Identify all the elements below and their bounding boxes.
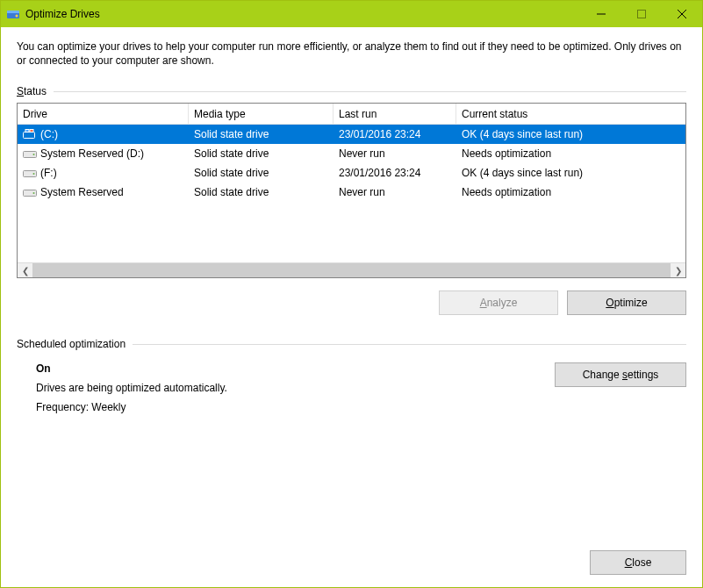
divider xyxy=(133,344,686,345)
cell-drive: System Reserved xyxy=(18,183,189,202)
cell-last-run: Never run xyxy=(334,183,456,202)
cell-drive: System Reserved (D:) xyxy=(18,144,189,163)
svg-point-11 xyxy=(33,154,35,155)
cell-media: Solid state drive xyxy=(189,144,334,163)
cell-media: Solid state drive xyxy=(189,163,334,183)
list-body: (C:)Solid state drive23/01/2016 23:24OK … xyxy=(18,125,685,262)
close-window-button[interactable] xyxy=(662,1,702,27)
status-label: Status xyxy=(17,85,47,97)
schedule-state: On xyxy=(36,362,555,375)
optimize-drives-window: Optimize Drives You can optimize your dr… xyxy=(0,0,703,588)
scroll-track[interactable] xyxy=(32,263,671,277)
svg-point-13 xyxy=(33,173,35,175)
schedule-desc: Drives are being optimized automatically… xyxy=(36,382,555,394)
analyze-button: Analyze xyxy=(439,290,558,315)
svg-rect-7 xyxy=(24,133,35,139)
cell-status: Needs optimization xyxy=(456,144,685,163)
maximize-button xyxy=(621,1,662,27)
cell-drive: (C:) xyxy=(18,125,189,144)
table-row[interactable]: System ReservedSolid state driveNever ru… xyxy=(18,183,685,202)
minimize-button[interactable] xyxy=(581,1,621,27)
divider xyxy=(54,91,686,92)
scroll-right-arrow[interactable]: ❯ xyxy=(671,263,685,278)
cell-media: Solid state drive xyxy=(189,183,334,202)
svg-rect-4 xyxy=(638,11,646,18)
col-header-status[interactable]: Current status xyxy=(456,104,685,124)
change-settings-button[interactable]: Change settings xyxy=(555,362,686,387)
col-header-media[interactable]: Media type xyxy=(189,104,334,124)
action-buttons: Analyze Optimize xyxy=(17,290,686,315)
intro-text: You can optimize your drives to help you… xyxy=(17,39,686,68)
titlebar[interactable]: Optimize Drives xyxy=(1,1,702,27)
data-drive-icon xyxy=(23,187,37,197)
svg-point-2 xyxy=(16,15,18,18)
footer: Close xyxy=(17,550,686,575)
drive-name: System Reserved xyxy=(40,186,124,198)
drives-list[interactable]: Drive Media type Last run Current status… xyxy=(17,103,686,278)
schedule-body: On Drives are being optimized automatica… xyxy=(17,355,686,420)
cell-last-run: 23/01/2016 23:24 xyxy=(334,163,456,183)
app-icon xyxy=(6,7,20,21)
cell-status: OK (4 days since last run) xyxy=(456,125,685,144)
schedule-label: Scheduled optimization xyxy=(17,338,126,350)
svg-rect-8 xyxy=(25,130,29,133)
table-row[interactable]: System Reserved (D:)Solid state driveNev… xyxy=(18,144,685,163)
drive-name: System Reserved (D:) xyxy=(40,147,144,160)
cell-status: Needs optimization xyxy=(456,183,685,202)
svg-rect-1 xyxy=(7,11,19,13)
cell-last-run: 23/01/2016 23:24 xyxy=(334,125,456,144)
table-row[interactable]: (C:)Solid state drive23/01/2016 23:24OK … xyxy=(18,125,685,144)
col-header-last[interactable]: Last run xyxy=(334,104,456,124)
svg-point-15 xyxy=(33,192,35,194)
status-section-header: Status xyxy=(17,85,686,97)
optimize-button[interactable]: Optimize xyxy=(567,290,686,315)
list-header[interactable]: Drive Media type Last run Current status xyxy=(18,104,685,125)
data-drive-icon xyxy=(23,168,37,178)
schedule-freq: Frequency: Weekly xyxy=(36,401,555,413)
os-drive-icon xyxy=(23,129,37,140)
schedule-section-header: Scheduled optimization xyxy=(17,338,686,350)
table-row[interactable]: (F:)Solid state drive23/01/2016 23:24OK … xyxy=(18,163,685,183)
drive-name: (C:) xyxy=(40,128,58,140)
horizontal-scrollbar[interactable]: ❮ ❯ xyxy=(18,262,685,277)
scroll-left-arrow[interactable]: ❮ xyxy=(18,263,32,278)
drive-name: (F:) xyxy=(40,167,57,179)
window-title: Optimize Drives xyxy=(25,8,581,20)
cell-last-run: Never run xyxy=(334,144,456,163)
cell-media: Solid state drive xyxy=(189,125,334,144)
col-header-drive[interactable]: Drive xyxy=(18,104,189,124)
svg-rect-9 xyxy=(30,130,33,133)
cell-status: OK (4 days since last run) xyxy=(456,163,685,183)
data-drive-icon xyxy=(23,148,37,159)
close-button[interactable]: Close xyxy=(590,550,686,575)
window-controls xyxy=(581,1,702,27)
content-area: You can optimize your drives to help you… xyxy=(1,27,702,587)
cell-drive: (F:) xyxy=(18,163,189,183)
